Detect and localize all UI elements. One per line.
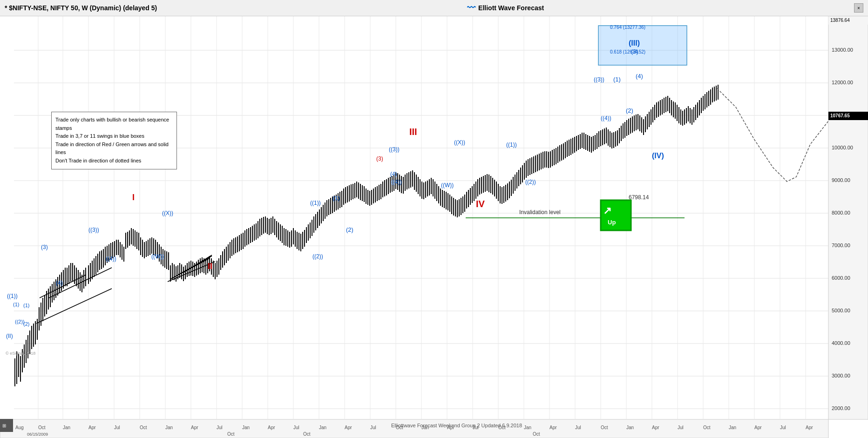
time-date-start: 06/15/2009: [27, 432, 48, 437]
time-jan15: Jan: [524, 425, 531, 430]
wave-label-4small: (4): [56, 280, 63, 286]
wave-label-33a: ((3)): [389, 146, 400, 153]
wave-label-W2: ((W)): [441, 182, 454, 189]
wave-label-X1: ((X)): [162, 210, 173, 216]
time-jan12: Jan: [242, 425, 250, 430]
info-line3: Trade in direction of Red / Green arrows…: [55, 141, 173, 157]
price-10000: 10000.00: [832, 145, 853, 150]
time-jul15: Jul: [575, 425, 581, 430]
target-618-label: 0.618 (12634.52): [610, 49, 645, 54]
time-jan13: Jan: [319, 425, 326, 430]
time-jul12: Jul: [293, 425, 299, 430]
corner-button-label: ⊞: [2, 423, 6, 428]
time-apr13: Apr: [345, 425, 352, 430]
wave-label-X2: ((X)): [454, 139, 465, 146]
info-line4: Don't Trade in direction of dotted lines: [55, 157, 173, 165]
time-oct09: Oct: [38, 425, 46, 430]
wave-label-2b-small: (2): [23, 321, 29, 327]
price-3000: 3000.00: [832, 373, 850, 378]
price-4000: 4000.00: [832, 340, 850, 346]
wave-label-IV: IV: [476, 199, 485, 209]
chart-container: * $NIFTY-NSE, NIFTY 50, W (Dynamic) (del…: [0, 0, 868, 438]
price-9000: 9000.00: [832, 177, 850, 183]
wave-label-1b-small: (1): [23, 303, 29, 308]
wave-label-33small: ((3)): [88, 227, 99, 233]
time-oct12a: Oct: [303, 431, 311, 437]
time-jul16: Jul: [678, 425, 684, 430]
time-apr17: Apr: [754, 425, 762, 430]
invalidation-value: 6798.14: [629, 194, 649, 201]
time-apr12: Apr: [268, 425, 275, 430]
wave-label-W1: ((W)): [151, 253, 164, 260]
time-apr11: Apr: [191, 425, 198, 430]
wave-label-44small: ((4)): [106, 256, 116, 262]
wave-label-44a: ((4)): [391, 179, 402, 185]
time-apr16: Apr: [652, 425, 659, 430]
info-box: Trade only charts with bullish or bearis…: [51, 112, 177, 169]
price-8000: 8000.00: [832, 210, 850, 216]
price-7000: 7000.00: [832, 243, 850, 248]
target-764-label: 0.764 (13277.36): [610, 25, 645, 30]
wave-label-2c: (2): [626, 107, 633, 114]
svg-rect-429: [828, 16, 868, 419]
time-jan16: Jan: [626, 425, 634, 430]
time-oct15: Oct: [601, 425, 608, 430]
time-jul17: Jul: [780, 425, 786, 430]
wave-label-44c: ((4)): [601, 115, 611, 121]
price-13000: 13000.00: [832, 47, 853, 53]
current-price-label: 10767.65: [830, 113, 850, 118]
time-oct15a: Oct: [533, 431, 540, 437]
wave-label-II-small: (II): [6, 333, 13, 339]
wave-label-paren-III: (III): [629, 39, 640, 47]
wave-label-3red: (3): [376, 155, 383, 162]
wave-label-3small: (3): [41, 244, 48, 250]
price-2000: 2000.00: [832, 405, 850, 411]
wave-label-2blue: (2): [346, 226, 353, 233]
wave-label-1blue: (1): [332, 195, 340, 202]
price-12000: 12000.00: [832, 80, 853, 85]
time-jul13: Jul: [370, 425, 376, 430]
chart-svg: 13000.00 12000.00 11000.00 10000.00 9000…: [0, 0, 868, 438]
wave-label-22b: ((2)): [312, 253, 323, 260]
time-oct10: Oct: [140, 425, 147, 430]
wave-label-11-small: ((1)): [7, 293, 18, 299]
time-jul11: Jul: [217, 425, 223, 430]
svg-rect-0: [0, 16, 828, 419]
up-badge-arrow: ↗: [603, 205, 611, 216]
wave-label-33c: ((3)): [594, 76, 604, 83]
time-apr15: Apr: [549, 425, 557, 430]
time-apr10: Apr: [88, 425, 96, 430]
price-6000: 6000.00: [832, 275, 850, 281]
wave-label-22: ((2)): [525, 179, 536, 185]
esignal-credit: © eSignal, 2018: [6, 351, 35, 356]
wave-label-11: ((1)): [506, 142, 517, 148]
up-badge-label: Up: [608, 219, 616, 226]
time-jul10: Jul: [114, 425, 120, 430]
target-box: [598, 26, 687, 65]
wave-label-1-small: (1): [13, 302, 19, 307]
info-line2: Trade in 3,7 or 11 swings in blue boxes: [55, 132, 173, 141]
time-oct11a: Oct: [227, 431, 235, 437]
top-price-label: 13876.64: [830, 18, 850, 23]
time-oct16: Oct: [703, 425, 711, 430]
wave-label-3c: (3): [631, 48, 638, 55]
invalidation-text: Invalidation level: [519, 209, 561, 216]
wave-label-4c: (4): [636, 73, 643, 80]
time-apr18: Apr: [806, 425, 813, 430]
wave-label-III: III: [409, 127, 417, 137]
wave-label-4red: (4): [390, 171, 397, 177]
wave-label-II: II: [208, 262, 212, 271]
wave-label-11b: ((1)): [310, 200, 321, 206]
price-5000: 5000.00: [832, 308, 850, 313]
time-jan11: Jan: [165, 425, 173, 430]
time-aug09: Aug: [15, 425, 24, 430]
wave-label-I: I: [132, 193, 135, 202]
time-jan10: Jan: [63, 425, 70, 430]
footer-text: Elliottwave Forecast Weekend Group 2 Upd…: [391, 423, 522, 428]
wave-label-1c: (1): [613, 76, 621, 83]
wave-label-paren-IV: (IV): [652, 152, 664, 160]
time-jan17: Jan: [729, 425, 736, 430]
info-line1: Trade only charts with bullish or bearis…: [55, 116, 173, 132]
